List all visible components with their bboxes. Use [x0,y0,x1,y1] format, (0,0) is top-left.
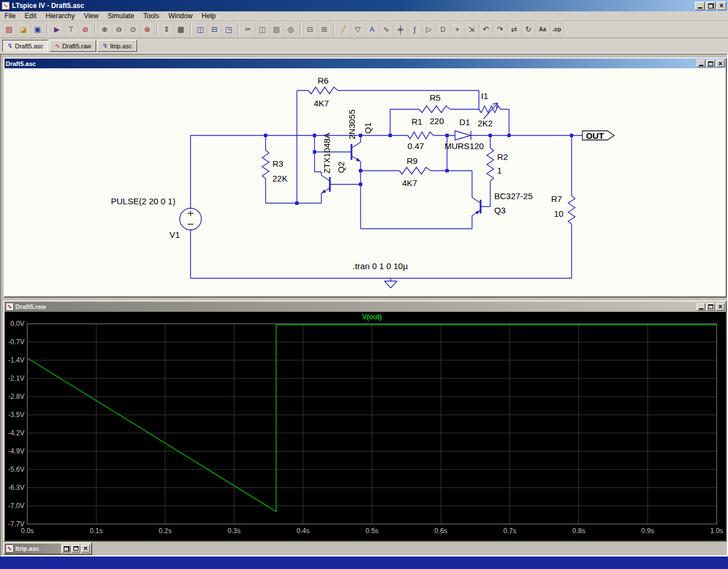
r9-name-label: R9 [407,156,417,166]
schematic-canvas[interactable]: PULSE(2 20 0 1) V1 R3 22K R6 4K7 [5,68,726,296]
component-v1[interactable]: PULSE(2 20 0 1) V1 [111,196,201,240]
print-button[interactable]: ⊟ [303,23,317,36]
ground-symbol[interactable] [384,278,397,288]
capacitor-icon: ╪ [398,25,403,34]
mirror-button[interactable]: ⇄ [507,23,521,36]
minimized-window-itrip[interactable]: Itrip.asc × [3,542,92,555]
component-r3[interactable]: R3 22K [262,150,288,183]
plot-settings-button[interactable]: ▦ [174,23,188,36]
tile-horizontal-button[interactable]: ⊟ [208,23,221,36]
menu-help[interactable]: Help [197,11,221,20]
capacitor-button[interactable]: ╪ [394,23,407,36]
waveform-plot[interactable]: 0.0V-0.7V-1.4V-2.1V-2.8V-3.5V-4.2V-4.9V-… [5,312,726,541]
resistor-button[interactable]: ∿ [379,23,393,36]
menu-tools[interactable]: Tools [139,11,164,20]
component-i1[interactable]: I1 2K2 [478,91,500,128]
autorange-button[interactable]: ⇕ [160,23,173,36]
inductor-button[interactable]: ʃ [408,23,421,36]
component-button[interactable]: D [436,23,450,36]
itrip-close-button[interactable]: × [81,545,90,552]
waveform-window-titlebar[interactable]: Draft5.raw × [5,302,726,312]
print-preview-button[interactable]: ⊞ [317,23,331,36]
waveform-minimize-button[interactable] [697,303,705,311]
trace-title[interactable]: V(out) [362,313,382,321]
itrip-maximize-button[interactable] [72,545,80,552]
menu-edit[interactable]: Edit [20,11,41,20]
wire-button[interactable]: ╱ [337,23,350,36]
component-r2[interactable]: R2 1 [487,148,508,181]
x-tick-label: 0.0s [21,527,34,535]
zoom-area-button[interactable]: ⊙ [126,23,140,36]
schematic-window-titlebar[interactable]: Draft5.asc × [5,59,726,68]
waveform-icon: ∿ [55,43,60,49]
new-schematic-button[interactable]: ▤ [2,23,16,36]
move-button[interactable]: + [450,23,464,36]
minimize-button[interactable] [695,2,705,10]
diode-button[interactable]: ▷ [422,23,436,36]
waveform-close-button[interactable]: × [716,303,725,311]
schematic-minimize-button[interactable] [697,60,705,67]
find-icon: ◎ [287,25,293,34]
control-panel-button[interactable]: ⊤ [64,23,78,36]
undo-button[interactable]: ↶ [479,23,493,36]
component-r7[interactable]: R7 10 [551,194,575,224]
label-net-button[interactable]: A [365,23,379,36]
r7-value-label: 10 [554,209,564,218]
zoom-extents-button[interactable]: ⊛ [140,23,154,36]
copy-button[interactable]: ◫ [255,23,269,36]
schematic-maximize-button[interactable] [706,60,715,67]
redo-button[interactable]: ↷ [493,23,507,36]
menu-view[interactable]: View [79,11,103,20]
paste-button[interactable]: ▤ [270,23,283,36]
new-schematic-icon: ▤ [6,25,13,34]
ground-button[interactable]: ▽ [351,23,365,36]
zoom-in-button[interactable]: ⊕ [98,23,111,36]
menu-window[interactable]: Window [164,11,197,20]
print-icon: ⊟ [307,25,313,34]
component-icon: D [440,25,445,34]
tab-itrip.asc[interactable]: ↯Itrip.asc [97,40,137,52]
tab-draft5.asc[interactable]: ↯Draft5.asc [2,40,48,52]
tab-label: Draft5.asc [15,43,43,50]
zoom-back-button[interactable]: ⊖ [112,23,126,36]
open-file-button[interactable]: ◪ [16,23,30,36]
waveform-maximize-button[interactable] [706,303,715,311]
restore-button[interactable] [706,2,715,10]
itrip-restore-button[interactable] [62,545,71,552]
r9-value-label: 4K7 [402,178,417,188]
menu-hierarchy[interactable]: Hierarchy [41,11,79,20]
open-file-icon: ◪ [20,25,27,34]
text-button[interactable]: Aa [536,23,549,36]
r6-name-label: R6 [317,76,328,85]
tab-draft5.raw[interactable]: ∿Draft5.raw [49,40,96,52]
halt-icon: ⊘ [82,25,89,34]
out-port-flag[interactable]: OUT [582,131,614,141]
wires[interactable] [191,90,582,278]
schematic-close-button[interactable]: × [716,60,725,67]
spice-directive-button[interactable]: .op [550,23,564,36]
component-r5[interactable]: R5 220 [419,93,450,126]
component-q3[interactable]: BC327-25 Q3 [472,191,533,216]
x-tick-label: 0.1s [90,527,103,535]
drag-button[interactable]: ⇲ [465,23,478,36]
close-button[interactable]: × [717,2,726,10]
component-r6[interactable]: R6 4K7 [308,76,338,108]
q3-emitter-arrow [475,211,480,215]
cut-button[interactable]: ✂ [241,23,255,36]
save-button[interactable]: ▣ [31,23,44,36]
toolbar-separator [94,23,96,36]
find-button[interactable]: ◎ [284,23,297,36]
x-tick-label: 0.9s [641,527,654,535]
cascade-button[interactable]: ◳ [222,23,235,36]
rotate-button[interactable]: ↻ [522,23,535,36]
schematic-drawing[interactable]: PULSE(2 20 0 1) V1 R3 22K R6 4K7 [5,68,726,296]
halt-button[interactable]: ⊘ [78,23,92,36]
spice-directive-text[interactable]: .tran 0 1 0 10µ [353,261,408,271]
menu-file[interactable]: File [0,11,20,20]
tile-vertical-button[interactable]: ◫ [193,23,207,36]
component-r9[interactable]: R9 4K7 [399,156,431,188]
run-button[interactable]: ▶ [50,23,64,36]
menu-simulate[interactable]: Simulate [103,11,139,20]
y-tick-label: -6.3V [8,484,24,492]
tab-label: Draft5.raw [63,43,92,50]
